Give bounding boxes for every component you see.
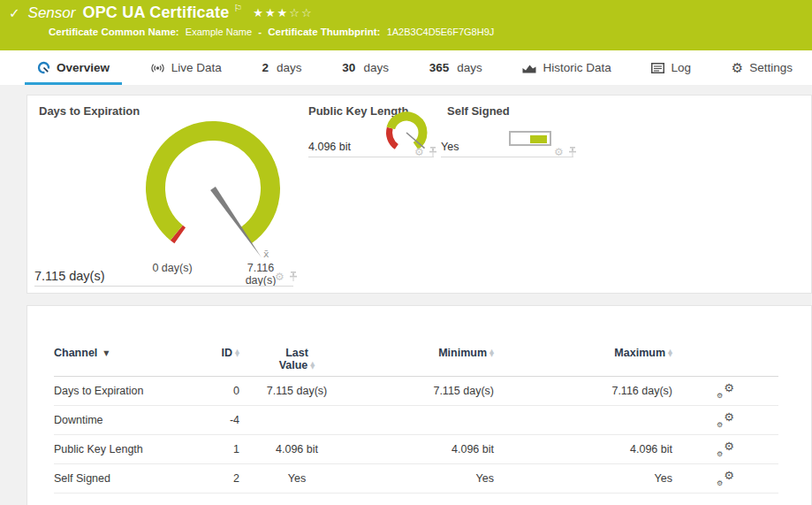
- tab-365-days-unit: days: [457, 61, 482, 74]
- tab-30-days-unit: days: [363, 61, 389, 74]
- tab-2-days-number: 2: [262, 61, 269, 74]
- tab-overview-label: Overview: [57, 61, 110, 74]
- channel-gear-icon[interactable]: ⚙: [275, 272, 285, 282]
- column-header-minimum[interactable]: Minimum ▲▼: [438, 347, 494, 359]
- tab-log[interactable]: Log: [639, 50, 703, 85]
- table-header-row: Channel ▼ ID ▲▼ Last Value▲▼ Minimum ▲▼ …: [54, 337, 778, 377]
- days-to-expiration-value: 7.115 day(s): [34, 269, 105, 283]
- last-value-header-line1: Last: [285, 347, 308, 359]
- settings-gear-icon: ⚙: [732, 60, 743, 76]
- channel-table-panel: Channel ▼ ID ▲▼ Last Value▲▼ Minimum ▲▼ …: [27, 305, 812, 505]
- channel-table: Channel ▼ ID ▲▼ Last Value▲▼ Minimum ▲▼ …: [54, 337, 778, 494]
- channel-settings-icon[interactable]: ⚙⚙: [717, 471, 734, 485]
- gauge-self-signed-title: Self Signed: [447, 104, 510, 118]
- cell-last-value: 7.115 day(s): [267, 385, 328, 397]
- thumbprint-label: Certificate Thumbprint:: [268, 27, 380, 37]
- cell-id: 0: [233, 385, 239, 397]
- cell-id: 2: [233, 472, 239, 485]
- live-data-icon: [150, 63, 165, 73]
- cell-channel[interactable]: Public Key Length: [54, 443, 143, 455]
- self-signed-indicator: [509, 131, 551, 146]
- gauge-days-to-expiration-title: Days to Expiration: [39, 104, 140, 118]
- tab-live-data[interactable]: Live Data: [138, 50, 234, 85]
- sensor-subtitle: Certificate Common Name: Example Name - …: [49, 27, 497, 37]
- prtg-sensor-overview-page: { "colors": { "brand_green": "#b4c718", …: [0, 0, 812, 505]
- sort-icon[interactable]: ▲▼: [310, 362, 315, 370]
- sort-icon[interactable]: ▲▼: [668, 349, 672, 357]
- tab-365-days[interactable]: 365 days: [417, 50, 495, 85]
- subtitle-dash: -: [258, 27, 262, 37]
- stars-filled[interactable]: ★★★: [253, 6, 289, 19]
- cell-maximum: Yes: [655, 472, 672, 485]
- cell-minimum: 7.115 day(s): [433, 385, 494, 397]
- self-signed-value: Yes: [441, 141, 459, 153]
- pin-icon[interactable]: [289, 272, 298, 282]
- cell-maximum: 4.096 bit: [630, 443, 672, 455]
- sensor-kicker: Sensor: [28, 4, 76, 22]
- tab-2-days[interactable]: 2 days: [250, 50, 315, 85]
- block-separator: [308, 157, 434, 157]
- self-signed-on-block: [530, 135, 547, 143]
- gauge-min-label: 0 day(s): [146, 262, 199, 274]
- gauge-icon: [37, 61, 50, 74]
- cell-last-value: Yes: [288, 472, 306, 485]
- sensor-header: ✓ Sensor OPC UA Certificate ⚐ ★★★☆☆ Cert…: [0, 0, 812, 50]
- sort-icon[interactable]: ▲▼: [489, 349, 494, 357]
- channel-settings-icon[interactable]: ⚙⚙: [717, 441, 734, 455]
- cell-channel[interactable]: Self Signed: [54, 472, 110, 485]
- channel-settings-icon[interactable]: ⚙⚙: [717, 412, 734, 426]
- table-row[interactable]: Days to Expiration 0 7.115 day(s) 7.115 …: [54, 377, 778, 406]
- gauge-average-marker: x̄: [263, 249, 269, 260]
- days-to-expiration-gauge: [132, 107, 304, 271]
- cell-id: -4: [230, 414, 239, 426]
- block-separator: [34, 286, 293, 287]
- priority-stars[interactable]: ★★★☆☆: [253, 6, 313, 19]
- table-row[interactable]: Public Key Length 1 4.096 bit 4.096 bit …: [54, 435, 778, 464]
- column-header-id[interactable]: ID ▲▼: [222, 347, 240, 359]
- tab-log-label: Log: [671, 61, 691, 74]
- log-icon: [651, 63, 664, 73]
- tab-overview[interactable]: Overview: [25, 50, 122, 85]
- common-name-value: Example Name: [186, 27, 252, 37]
- column-header-last-value[interactable]: Last Value▲▼: [279, 347, 315, 371]
- tab-30-days-number: 30: [342, 61, 355, 74]
- cell-id: 1: [233, 443, 239, 455]
- table-row[interactable]: Self Signed 2 Yes Yes Yes ⚙⚙: [54, 464, 778, 494]
- cell-channel[interactable]: Downtime: [54, 414, 103, 426]
- cell-channel[interactable]: Days to Expiration: [54, 385, 143, 397]
- thumbprint-value: 1A2B3C4D5E6F7G8H9J: [387, 27, 495, 37]
- public-key-length-value: 4.096 bit: [308, 141, 351, 153]
- table-row[interactable]: Downtime -4 ⚙⚙: [54, 406, 778, 435]
- tab-settings[interactable]: ⚙ Settings: [719, 50, 805, 85]
- cell-minimum: 4.096 bit: [452, 443, 494, 455]
- cell-maximum: 7.116 day(s): [611, 385, 672, 397]
- tab-historic-data[interactable]: Historic Data: [510, 50, 623, 85]
- status-check-icon: ✓: [9, 5, 20, 21]
- column-header-maximum[interactable]: Maximum ▲▼: [614, 347, 672, 359]
- cell-last-value: 4.096 bit: [276, 443, 318, 455]
- tab-bar: Overview Live Data 2 days 30 days 365 da…: [0, 50, 812, 85]
- tab-365-days-number: 365: [429, 61, 450, 74]
- channel-settings-icon[interactable]: ⚙⚙: [717, 383, 734, 397]
- tab-settings-label: Settings: [749, 61, 793, 74]
- channel-header-label: Channel: [54, 347, 97, 359]
- sort-desc-icon: ▼: [103, 349, 109, 357]
- page-title: OPC UA Certificate: [82, 4, 229, 22]
- historic-chart-icon: [522, 62, 536, 73]
- common-name-label: Certificate Common Name:: [49, 27, 179, 37]
- tab-30-days[interactable]: 30 days: [330, 50, 401, 85]
- gauges-panel: Days to Expiration x̄ 0 day(s) 7.116 day…: [27, 95, 812, 294]
- gauge-tools: ⚙: [275, 272, 298, 282]
- sort-icon[interactable]: ▲▼: [235, 349, 239, 357]
- block-separator: [441, 157, 573, 157]
- minimum-header-label: Minimum: [438, 347, 487, 359]
- flag-icon[interactable]: ⚐: [233, 3, 242, 14]
- column-header-channel[interactable]: Channel ▼: [54, 347, 109, 359]
- id-header-label: ID: [222, 347, 233, 359]
- stars-empty[interactable]: ☆☆: [289, 6, 313, 19]
- tab-historic-data-label: Historic Data: [543, 61, 611, 74]
- tab-live-data-label: Live Data: [171, 61, 222, 74]
- tab-2-days-unit: days: [277, 61, 302, 74]
- cell-minimum: Yes: [476, 472, 494, 485]
- maximum-header-label: Maximum: [614, 347, 665, 359]
